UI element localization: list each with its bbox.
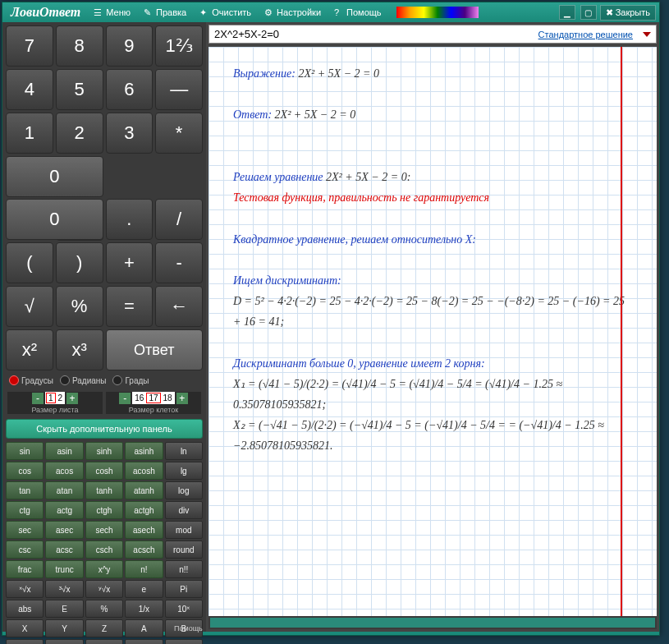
key-2[interactable]: 2	[56, 113, 103, 154]
rad-radio[interactable]: Радианы	[60, 375, 107, 385]
key-x2[interactable]: x²	[6, 329, 53, 370]
func-acsc[interactable]: acsc	[45, 540, 83, 559]
solution-mode-select[interactable]: Стандартное решение	[534, 30, 638, 39]
func-[interactable]: %	[85, 600, 123, 618]
func-sin[interactable]: sin	[6, 442, 44, 460]
cell-val-18[interactable]: 18	[162, 393, 174, 402]
key-6[interactable]: 6	[106, 69, 154, 110]
func-asec[interactable]: asec	[45, 521, 83, 539]
solution-paper[interactable]: Выражение: 2X² + 5X − 2 = 0 Ответ: 2X² +…	[208, 47, 657, 616]
close-button[interactable]: ✖ Закрыть	[600, 5, 656, 21]
func-X[interactable]: X	[6, 619, 44, 637]
minimize-button[interactable]: ▁	[559, 5, 575, 20]
cell-size-minus[interactable]: -	[119, 393, 131, 404]
func-ctgh[interactable]: ctgh	[85, 501, 123, 519]
horizontal-scrollbar[interactable]	[210, 618, 655, 628]
sheet-size-minus[interactable]: -	[32, 393, 44, 404]
func-atanh[interactable]: atanh	[125, 481, 163, 499]
func-Y[interactable]: Y	[45, 619, 83, 637]
func-actg[interactable]: actg	[45, 501, 83, 519]
edit-button[interactable]: ✎ Правка	[139, 6, 191, 19]
key-percent[interactable]: %	[56, 286, 103, 327]
func-acosh[interactable]: acosh	[125, 462, 163, 480]
func-mod[interactable]: mod	[165, 521, 203, 539]
func-asinh[interactable]: asinh	[125, 442, 163, 460]
func-tanh[interactable]: tanh	[85, 481, 123, 499]
func-sech[interactable]: sech	[85, 521, 123, 539]
key-0[interactable]: 0	[6, 156, 103, 197]
key-fraction[interactable]: 1⅔	[155, 25, 203, 67]
func-x[interactable]: ˣ√x	[6, 580, 44, 598]
func-n[interactable]: n!!	[165, 560, 203, 578]
maximize-button[interactable]: ▢	[580, 5, 597, 20]
func-1x[interactable]: 1/x	[125, 600, 163, 618]
corner-help[interactable]: Помощь	[171, 623, 206, 634]
key-sqrt[interactable]: √	[6, 286, 53, 327]
clear-button[interactable]: ✦ Очистить	[195, 6, 256, 19]
cell-val-17[interactable]: 17	[146, 393, 160, 403]
key-3[interactable]: 3	[106, 113, 154, 154]
key-7[interactable]: 7	[6, 25, 53, 67]
menu-button[interactable]: ☰ Меню	[89, 6, 135, 19]
cell-size-plus[interactable]: +	[176, 393, 188, 404]
func-H[interactable]: H	[45, 639, 83, 644]
help-button[interactable]: ? Помощь	[329, 6, 387, 19]
func-acsch[interactable]: acsch	[125, 540, 163, 559]
toggle-extra-panel[interactable]: Скрыть дополнительную панель	[6, 419, 203, 439]
func-10[interactable]: 10ˣ	[165, 600, 203, 618]
key-answer[interactable]: Ответ	[106, 329, 204, 370]
func-sinh[interactable]: sinh	[85, 442, 123, 460]
key-rparen[interactable]: )	[56, 242, 103, 283]
func-Z[interactable]: Z	[85, 619, 123, 637]
expression-input[interactable]	[209, 25, 534, 43]
func-round[interactable]: round	[165, 540, 203, 559]
key-0b[interactable]: 0	[6, 199, 103, 240]
key-dot[interactable]: .	[106, 199, 154, 240]
func-[interactable]: Помощь	[165, 639, 203, 644]
func-csc[interactable]: csc	[6, 540, 44, 559]
key-4[interactable]: 4	[6, 69, 53, 110]
func-asin[interactable]: asin	[45, 442, 83, 460]
func-trunc[interactable]: trunc	[45, 560, 83, 578]
func-A[interactable]: A	[125, 619, 163, 637]
func-acos[interactable]: acos	[45, 462, 83, 480]
func-e[interactable]: e	[125, 580, 163, 598]
func-asech[interactable]: asech	[125, 521, 163, 539]
sheet-val-1[interactable]: 1	[46, 393, 56, 403]
grad-radio[interactable]: Грады	[112, 375, 149, 385]
func-n[interactable]: n!	[125, 560, 163, 578]
key-8[interactable]: 8	[56, 25, 103, 67]
func-ln[interactable]: ln	[165, 442, 203, 460]
key-plus[interactable]: +	[106, 242, 154, 283]
func-x[interactable]: ³√x	[45, 580, 83, 598]
func-tan[interactable]: tan	[6, 481, 44, 499]
key-5[interactable]: 5	[56, 69, 103, 110]
func-csch[interactable]: csch	[85, 540, 123, 559]
sheet-size-plus[interactable]: +	[66, 393, 78, 404]
key-longminus[interactable]: —	[155, 69, 203, 110]
func-frac[interactable]: frac	[6, 560, 44, 578]
func-actgh[interactable]: actgh	[125, 501, 163, 519]
deg-radio[interactable]: Градусы	[9, 375, 53, 385]
settings-button[interactable]: ⚙ Настройки	[259, 6, 326, 19]
func-I[interactable]: I	[85, 639, 123, 644]
key-multiply[interactable]: *	[155, 113, 203, 154]
key-1[interactable]: 1	[6, 113, 53, 154]
sheet-val-2[interactable]: 2	[57, 393, 65, 402]
func-xy[interactable]: x^y	[85, 560, 123, 578]
func-x[interactable]: ʸ√x	[85, 580, 123, 598]
key-x3[interactable]: x³	[56, 329, 103, 370]
func-atan[interactable]: atan	[45, 481, 83, 499]
func-D[interactable]: D	[6, 639, 44, 644]
cell-val-16[interactable]: 16	[133, 393, 145, 402]
key-equals[interactable]: =	[106, 286, 154, 327]
func-sec[interactable]: sec	[6, 521, 44, 539]
func-cos[interactable]: cos	[6, 462, 44, 480]
func-abs[interactable]: abs	[6, 600, 44, 618]
func-ctg[interactable]: ctg	[6, 501, 44, 519]
func-lg[interactable]: lg	[165, 462, 203, 480]
key-minus[interactable]: -	[155, 242, 203, 283]
key-backspace[interactable]: ←	[155, 286, 203, 327]
key-lparen[interactable]: (	[6, 242, 53, 283]
func-Pi[interactable]: Pi	[165, 580, 203, 598]
